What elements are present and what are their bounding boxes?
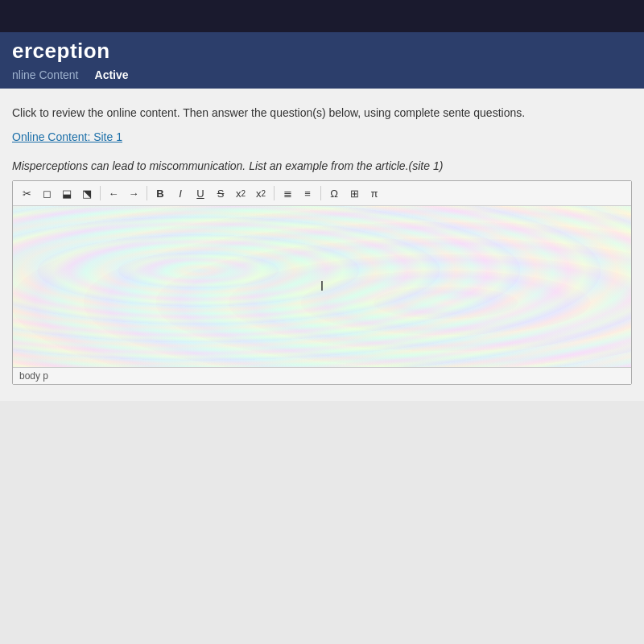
online-content-link[interactable]: Online Content: Site 1 [12,130,122,143]
cut-button[interactable]: ✂ [18,184,35,202]
superscript-button[interactable]: x2 [252,184,270,202]
editor-container: ✂ ◻ ⬓ ⬔ ← → B I U S x2 x2 ≣ ≡ Ω ⊞ π I [12,180,632,385]
italic-button[interactable]: I [171,184,189,202]
top-bar [0,0,644,32]
nav-online-content[interactable]: nline Content [12,68,79,81]
editor-status-text: body p [19,370,48,382]
paste-button[interactable]: ⬓ [58,184,76,202]
instruction-text: Click to review the online content. Then… [12,105,632,122]
toolbar-separator-4 [320,186,321,200]
nav-active: Active [95,68,129,81]
copy-plain-button[interactable]: ◻ [38,184,56,202]
unordered-list-button[interactable]: ≡ [299,184,316,202]
strikethrough-button[interactable]: S [212,184,229,202]
paste-special-button[interactable]: ⬔ [78,184,96,202]
header: erception nline Content Active [0,32,644,89]
toolbar-separator-3 [274,186,275,200]
editor-body[interactable]: I [13,206,631,367]
editor-status-bar: body p [13,367,631,384]
text-cursor: I [320,279,324,294]
underline-button[interactable]: U [192,184,209,202]
math-button[interactable]: π [365,184,383,202]
ordered-list-button[interactable]: ≣ [279,184,296,202]
toolbar-separator-1 [100,186,101,200]
redo-button[interactable]: → [125,184,142,202]
special-chars-button[interactable]: Ω [325,184,343,202]
toolbar-separator-2 [147,186,147,200]
content-area: Click to review the online content. Then… [0,89,644,401]
bold-button[interactable]: B [151,184,169,202]
subscript-button[interactable]: x2 [232,184,250,202]
question-text: Misperceptions can lead to miscommunicat… [12,159,632,172]
table-button[interactable]: ⊞ [345,184,363,202]
editor-toolbar: ✂ ◻ ⬓ ⬔ ← → B I U S x2 x2 ≣ ≡ Ω ⊞ π [13,181,631,206]
page-title: erception [12,39,632,64]
undo-button[interactable]: ← [105,184,122,202]
